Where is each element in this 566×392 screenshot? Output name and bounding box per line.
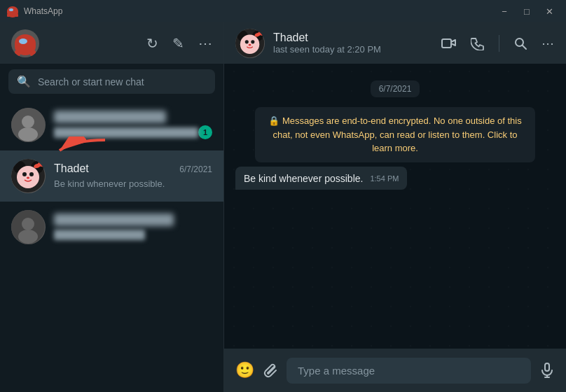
svg-point-25 xyxy=(22,218,34,230)
chat-header-avatar[interactable] xyxy=(235,29,265,58)
svg-point-31 xyxy=(245,40,249,43)
title-bar-title: WhatsApp xyxy=(24,6,62,16)
svg-point-26 xyxy=(18,230,38,244)
sidebar-header-icons: ↻ ✎ ⋯ xyxy=(146,35,212,52)
svg-point-13 xyxy=(18,127,38,141)
voice-call-button[interactable] xyxy=(471,36,485,50)
message-input[interactable] xyxy=(287,358,531,384)
unread-badge-blurred1: 1 xyxy=(198,125,212,139)
message-time-1: 1:54 PM xyxy=(370,174,399,184)
svg-rect-37 xyxy=(442,39,451,48)
chat-preview-thadet: Be kind whenever possible. xyxy=(54,178,165,189)
chat-header-name: Thadet xyxy=(273,31,433,44)
date-badge: 6/7/2021 xyxy=(371,80,420,97)
svg-rect-40 xyxy=(545,363,549,371)
chat-preview-blurred2: XXXXXXXXXXXXXXX xyxy=(54,230,145,240)
sidebar-header: ↻ ✎ ⋯ xyxy=(0,22,223,64)
menu-icon: ⋯ xyxy=(198,35,212,52)
emoji-button[interactable]: 🙂 xyxy=(235,361,254,379)
svg-point-18 xyxy=(22,172,27,176)
header-divider xyxy=(499,35,499,52)
sidebar: ↻ ✎ ⋯ 🔍 xyxy=(0,22,224,392)
chat-avatar-blurred2 xyxy=(11,210,46,244)
chat-time-thadet: 6/7/2021 xyxy=(179,164,212,174)
attachment-button[interactable] xyxy=(263,363,278,378)
search-chat-button[interactable] xyxy=(513,36,527,50)
minimize-button[interactable]: − xyxy=(493,0,516,22)
svg-point-20 xyxy=(27,177,29,179)
call-icon xyxy=(471,36,485,50)
maximize-button[interactable]: □ xyxy=(516,0,538,22)
svg-rect-9 xyxy=(15,50,20,56)
app-icon xyxy=(6,4,20,18)
video-call-button[interactable] xyxy=(441,36,457,51)
my-avatar[interactable] xyxy=(11,29,39,57)
new-chat-icon: ✎ xyxy=(172,35,184,52)
svg-point-32 xyxy=(251,40,254,43)
chat-item-thadet[interactable]: Thadet 6/7/2021 Be kind whenever possibl… xyxy=(0,150,223,202)
chat-header-info: Thadet last seen today at 2:20 PM xyxy=(273,31,433,55)
message-bubble-1: Be kind whenever possible. 1:54 PM xyxy=(235,167,407,190)
svg-point-2 xyxy=(9,8,13,11)
message-text-1: Be kind whenever possible. xyxy=(244,173,363,184)
svg-rect-10 xyxy=(30,50,36,56)
svg-point-33 xyxy=(249,43,251,46)
title-bar: WhatsApp − □ ✕ xyxy=(0,0,566,22)
chat-name-thadet: Thadet xyxy=(54,162,89,175)
chat-preview-blurred1: XXXXXXXXXXXXXXXXXXXXXXXXXX xyxy=(54,127,198,138)
search-input-wrap: 🔍 xyxy=(8,69,215,94)
svg-point-12 xyxy=(22,115,34,128)
search-bar: 🔍 xyxy=(0,64,223,99)
chat-header-status: last seen today at 2:20 PM xyxy=(273,44,433,55)
chat-avatar-blurred1 xyxy=(11,108,46,142)
chat-name-blurred1: XXXXXXXXXXXXXXX xyxy=(54,111,166,123)
chat-item-blurred1[interactable]: XXXXXXXXXXXXXXX XXXXXXXXXXXXXXXXXXXXXXXX… xyxy=(0,99,223,150)
encryption-notice[interactable]: 🔒 Messages are end-to-end encrypted. No … xyxy=(255,107,535,162)
svg-rect-3 xyxy=(7,14,10,17)
svg-line-39 xyxy=(523,45,527,49)
svg-point-36 xyxy=(258,33,261,35)
search-icon xyxy=(513,36,527,50)
menu-button[interactable]: ⋯ xyxy=(198,35,212,52)
chat-header-icons: ⋯ xyxy=(441,35,555,52)
chat-name-blurred2: XXXXXXXXXXXXXXXX xyxy=(54,214,174,226)
chat-input-bar: 🙂 xyxy=(224,349,566,392)
microphone-button[interactable] xyxy=(539,363,555,378)
title-bar-logo: WhatsApp xyxy=(6,4,493,18)
close-button[interactable]: ✕ xyxy=(538,0,560,22)
chat-item-blurred2[interactable]: XXXXXXXXXXXXXXXX XXXXXXXXXXXXXXX xyxy=(0,202,223,253)
refresh-icon: ↻ xyxy=(146,35,158,52)
chat-list: XXXXXXXXXXXXXXX XXXXXXXXXXXXXXXXXXXXXXXX… xyxy=(0,99,223,392)
chat-header: Thadet last seen today at 2:20 PM xyxy=(224,22,566,64)
refresh-button[interactable]: ↻ xyxy=(146,35,158,52)
svg-point-8 xyxy=(19,38,27,44)
chat-info-blurred1: XXXXXXXXXXXXXXX XXXXXXXXXXXXXXXXXXXXXXXX… xyxy=(54,111,212,139)
chat-area: Thadet last seen today at 2:20 PM xyxy=(224,22,566,392)
emoji-icon: 🙂 xyxy=(235,361,254,379)
messages-area: 6/7/2021 🔒 Messages are end-to-end encry… xyxy=(224,64,566,349)
chat-menu-icon: ⋯ xyxy=(541,36,555,51)
svg-point-19 xyxy=(29,172,34,176)
search-icon: 🔍 xyxy=(17,75,31,88)
chat-avatar-thadet xyxy=(11,159,46,193)
search-input[interactable] xyxy=(38,76,207,88)
chat-info-thadet: Thadet 6/7/2021 Be kind whenever possibl… xyxy=(54,162,212,190)
video-icon xyxy=(441,36,457,51)
svg-rect-4 xyxy=(15,14,18,17)
attachment-icon xyxy=(263,363,278,378)
svg-point-23 xyxy=(38,164,41,167)
title-bar-controls: − □ ✕ xyxy=(493,0,560,22)
chat-menu-button[interactable]: ⋯ xyxy=(541,36,555,51)
microphone-icon xyxy=(539,363,555,378)
new-chat-button[interactable]: ✎ xyxy=(172,35,184,52)
chat-info-blurred2: XXXXXXXXXXXXXXXX XXXXXXXXXXXXXXX xyxy=(54,214,212,241)
app-container: ↻ ✎ ⋯ 🔍 xyxy=(0,22,566,392)
